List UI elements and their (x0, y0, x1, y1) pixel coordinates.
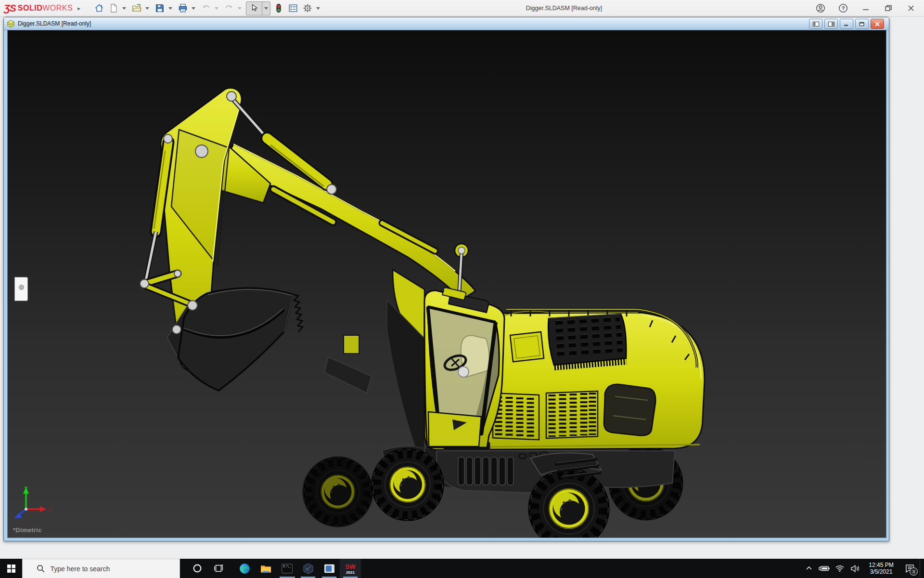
pane-right-button[interactable] (824, 19, 838, 29)
new-document-dropdown[interactable] (122, 7, 126, 10)
action-center-button[interactable]: 3 (899, 559, 920, 578)
print-dropdown[interactable] (192, 7, 195, 10)
save-floppy-icon (154, 3, 165, 13)
minimize-icon (861, 4, 870, 13)
operator-cab (424, 288, 504, 447)
taskbar-clock[interactable]: 12:45 PM 3/5/2021 (865, 562, 898, 575)
doc-restore-button[interactable] (855, 19, 869, 29)
taskbar-hexagon-app[interactable] (297, 559, 319, 578)
quick-access-toolbar (93, 1, 322, 15)
window-app-icon (323, 563, 335, 575)
doc-restore-icon (859, 22, 865, 26)
taskbar-command-prompt[interactable]: C:\_ (276, 559, 297, 578)
redo-button[interactable] (223, 2, 235, 14)
restore-button[interactable] (882, 2, 895, 14)
help-button[interactable]: ? (837, 2, 849, 14)
battery-status[interactable] (817, 559, 832, 578)
doc-close-icon (874, 22, 880, 26)
show-desktop-button[interactable] (920, 559, 924, 578)
search-input[interactable] (50, 565, 172, 573)
pane-left-button[interactable] (809, 19, 822, 29)
save-button[interactable] (154, 2, 166, 14)
new-document-icon (108, 3, 119, 13)
graphics-viewport[interactable]: Y x *Dimetric (7, 30, 886, 538)
battery-charging-icon (819, 565, 830, 572)
taskbar-search[interactable] (22, 559, 180, 578)
taskbar-file-explorer[interactable] (255, 559, 276, 578)
document-title: Digger.SLDASM [Read-only] (18, 20, 91, 27)
task-view-button[interactable] (208, 559, 229, 578)
clock-date: 3/5/2021 (865, 568, 898, 575)
engine-block (548, 314, 627, 368)
start-button[interactable] (0, 559, 22, 578)
assembly-document-icon (7, 20, 15, 28)
close-button[interactable] (905, 2, 917, 14)
wheel-rear-near (529, 469, 609, 538)
brand-text-solid: SOLID (18, 4, 42, 13)
selection-stoplight-button[interactable] (272, 2, 285, 14)
orientation-triad: Y x (13, 484, 54, 523)
undo-button[interactable] (200, 2, 212, 14)
svg-text:C:\_: C:\_ (283, 565, 291, 568)
stoplight-icon (274, 3, 283, 13)
display-pane-button[interactable] (287, 2, 299, 14)
new-document-button[interactable] (107, 2, 120, 14)
app-titlebar: ƷS SOLID WORKS ▸ (0, 0, 924, 17)
options-button[interactable] (301, 2, 314, 14)
save-dropdown[interactable] (168, 7, 172, 10)
taskbar-edge[interactable] (234, 559, 255, 578)
home-icon (94, 3, 104, 13)
command-prompt-icon: C:\_ (281, 563, 293, 575)
window-title: Digger.SLDASM [Read-only] (526, 0, 602, 16)
cortana-button[interactable] (187, 559, 208, 578)
gear-icon (302, 3, 313, 13)
undo-dropdown (215, 7, 218, 10)
hexagon-app-icon (302, 563, 314, 575)
print-icon (178, 3, 188, 13)
restore-icon (884, 4, 893, 13)
brand-text-works: WORKS (42, 4, 73, 13)
cortana-icon (192, 563, 203, 574)
home-button[interactable] (93, 2, 105, 14)
system-tray: 12:45 PM 3/5/2021 3 (801, 559, 924, 578)
open-dropdown[interactable] (145, 7, 149, 10)
search-icon (37, 565, 45, 573)
doc-minimize-button[interactable] (840, 19, 853, 29)
hidden-icons-button[interactable] (801, 559, 817, 578)
doc-close-button[interactable] (871, 19, 884, 29)
excavator-model (8, 30, 886, 538)
triad-y-label: Y (24, 486, 28, 491)
select-tool-dropdown[interactable] (262, 2, 270, 15)
solidworks-mark-icon: ƷS (4, 2, 16, 14)
redo-dropdown (238, 7, 242, 10)
taskbar-window-app[interactable] (319, 559, 340, 578)
svg-text:SW: SW (346, 563, 356, 570)
edge-icon (239, 563, 251, 575)
taskbar-solidworks[interactable]: SW 2021 (340, 559, 361, 578)
open-button[interactable] (130, 2, 143, 14)
feature-panel-collapse-tab[interactable] (14, 277, 28, 301)
solidworks-app-icon: SW 2021 (343, 562, 358, 575)
windows-taskbar: C:\_ SW 2021 (0, 559, 924, 578)
svg-text:?: ? (842, 5, 845, 11)
view-orientation-label: *Dimetric (13, 526, 42, 534)
options-dropdown[interactable] (316, 7, 320, 10)
account-button[interactable] (814, 2, 827, 14)
solidworks-logo: ƷS SOLID WORKS ▸ (4, 2, 80, 14)
window-controls: ? (814, 0, 917, 16)
volume-icon (850, 565, 860, 573)
display-pane-icon (288, 3, 298, 13)
wheel-front-far (302, 456, 373, 527)
menu-flyout-arrow-icon[interactable]: ▸ (77, 5, 80, 12)
volume-status[interactable] (847, 559, 863, 578)
minimize-button[interactable] (860, 2, 872, 14)
select-tool-button[interactable] (246, 2, 262, 14)
pane-left-icon (813, 22, 819, 26)
document-titlebar[interactable]: Digger.SLDASM [Read-only] (4, 17, 889, 30)
wifi-icon (835, 565, 845, 572)
svg-text:2021: 2021 (346, 570, 355, 575)
wifi-status[interactable] (832, 559, 847, 578)
document-window-buttons (809, 19, 884, 29)
print-button[interactable] (177, 2, 189, 14)
close-icon (907, 4, 915, 13)
